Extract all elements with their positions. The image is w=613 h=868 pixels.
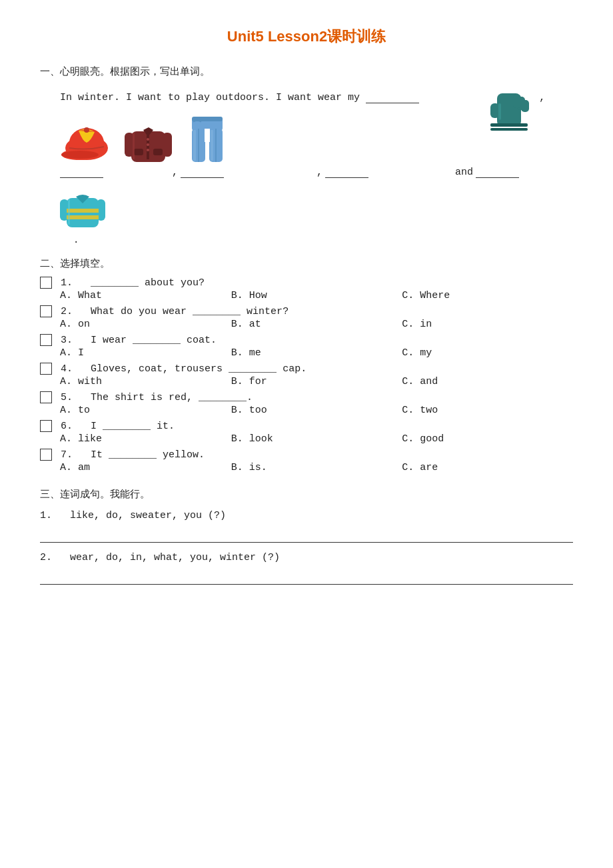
q3-num: 3. <box>61 335 73 346</box>
q2-row: 2. What do you wear ________ winter? <box>40 305 573 317</box>
q7-options: A. am B. is. C. are <box>60 462 573 473</box>
q3-options: A. I B. me C. my <box>60 347 573 359</box>
q7-row: 7. It ________ yellow. <box>40 449 573 461</box>
sc-q2-num: 2. <box>40 552 52 563</box>
section1-label: 一、心明眼亮。根据图示，写出单词。 <box>40 65 573 78</box>
q5-optA: A. to <box>60 405 231 416</box>
q4-paren <box>40 363 52 375</box>
svg-rect-22 <box>133 133 135 159</box>
svg-rect-31 <box>211 130 213 161</box>
q3-optB: B. me <box>231 347 402 359</box>
sc-q1: 1. like, do, sweater, you (?) <box>40 510 573 521</box>
blank-glove <box>366 91 419 103</box>
q1-optA: A. What <box>60 290 231 301</box>
q7-optC: C. are <box>402 462 573 473</box>
q7-optB: B. is. <box>231 462 402 473</box>
svg-rect-15 <box>163 133 172 157</box>
sc-q2: 2. wear, do, in, what, you, winter (?) <box>40 552 573 563</box>
q5-num: 5. <box>61 392 73 403</box>
q6-num: 6. <box>61 421 73 432</box>
svg-rect-36 <box>67 215 99 219</box>
q1-row: 1. ________ about you? <box>40 277 573 289</box>
q5-optC: C. two <box>402 405 573 416</box>
q5-stem: The shirt is red, ________. <box>91 392 253 403</box>
q5-options: A. to B. too C. two <box>60 405 573 416</box>
q2-optA: A. on <box>60 319 231 330</box>
q3-row: 3. I wear ________ coat. <box>40 334 573 346</box>
svg-rect-4 <box>513 95 521 108</box>
svg-point-19 <box>147 149 149 151</box>
svg-rect-35 <box>67 209 99 213</box>
q7-paren <box>40 449 52 461</box>
sweater-row <box>60 186 573 235</box>
q2-stem: What do you wear ________ winter? <box>91 306 289 317</box>
svg-rect-37 <box>68 199 70 225</box>
q2-paren <box>40 305 52 317</box>
q5-row: 5. The shirt is red, ________. <box>40 391 573 403</box>
q7-optA: A. am <box>60 462 231 473</box>
q4-optA: A. with <box>60 376 231 387</box>
svg-rect-5 <box>490 123 528 127</box>
svg-rect-20 <box>134 149 143 155</box>
q6-optB: B. look <box>231 433 402 445</box>
q2-optB: B. at <box>231 319 402 330</box>
q6-options: A. like B. look C. good <box>60 433 573 445</box>
q1-optC: C. Where <box>402 290 573 301</box>
svg-rect-26 <box>205 129 210 142</box>
q7-stem: It ________ yellow. <box>91 449 205 461</box>
q2-optC: C. in <box>402 319 573 330</box>
svg-rect-14 <box>125 133 134 157</box>
section3-label: 三、连词成句。我能行。 <box>40 488 573 501</box>
page-title: Unit5 Lesson2课时训练 <box>40 27 573 47</box>
q2-num: 2. <box>61 306 73 317</box>
q3-paren <box>40 334 52 346</box>
blank-cap <box>60 166 103 178</box>
svg-rect-21 <box>153 149 163 155</box>
svg-rect-6 <box>490 128 528 131</box>
q2-options: A. on B. at C. in <box>60 319 573 330</box>
q6-optA: A. like <box>60 433 231 445</box>
q1-num: 1. <box>61 277 73 289</box>
q7-num: 7. <box>61 449 73 461</box>
sc-q2-words: wear, do, in, what, you, winter (?) <box>70 552 280 563</box>
svg-rect-1 <box>490 103 500 118</box>
blank-trousers <box>325 166 368 178</box>
q3-optA: A. I <box>60 347 231 359</box>
q6-paren <box>40 420 52 432</box>
svg-point-17 <box>147 138 149 141</box>
trousers-image <box>187 114 228 166</box>
q1-options: A. What B. How C. Where <box>60 290 573 301</box>
sc-q1-answer-line <box>40 527 573 543</box>
glove-image <box>485 90 533 143</box>
q6-stem: I ________ it. <box>91 421 175 432</box>
blank-jacket <box>181 166 224 178</box>
sc-q2-answer-line <box>40 569 573 585</box>
q4-row: 4. Gloves, coat, trousers ________ cap. <box>40 363 573 375</box>
q3-optC: C. my <box>402 347 573 359</box>
q4-optC: C. and <box>402 376 573 387</box>
svg-point-12 <box>84 127 89 133</box>
sc-q1-words: like, do, sweater, you (?) <box>70 510 226 521</box>
section2-label: 二、选择填空。 <box>40 257 573 270</box>
period-label: . <box>73 235 573 245</box>
svg-point-18 <box>147 143 149 146</box>
q4-optB: B. for <box>231 376 402 387</box>
q1-optB: B. How <box>231 290 402 301</box>
svg-rect-30 <box>193 130 196 161</box>
blank-and <box>476 166 519 178</box>
q1-paren <box>40 277 52 289</box>
sweater-image <box>60 186 105 235</box>
q3-stem: I wear ________ coat. <box>91 335 217 346</box>
sc-q1-num: 1. <box>40 510 52 521</box>
q6-optC: C. good <box>402 433 573 445</box>
q1-stem: ________ about you? <box>91 277 205 289</box>
q5-optB: B. too <box>231 405 402 416</box>
q4-stem: Gloves, coat, trousers ________ cap. <box>91 363 306 375</box>
cap-image <box>60 123 110 166</box>
q5-paren <box>40 391 52 403</box>
clothing-blanks-row: , , and <box>60 166 573 178</box>
jacket-image <box>123 118 173 166</box>
q6-row: 6. I ________ it. <box>40 420 573 432</box>
q4-options: A. with B. for C. and <box>60 376 573 387</box>
svg-rect-7 <box>498 103 501 120</box>
